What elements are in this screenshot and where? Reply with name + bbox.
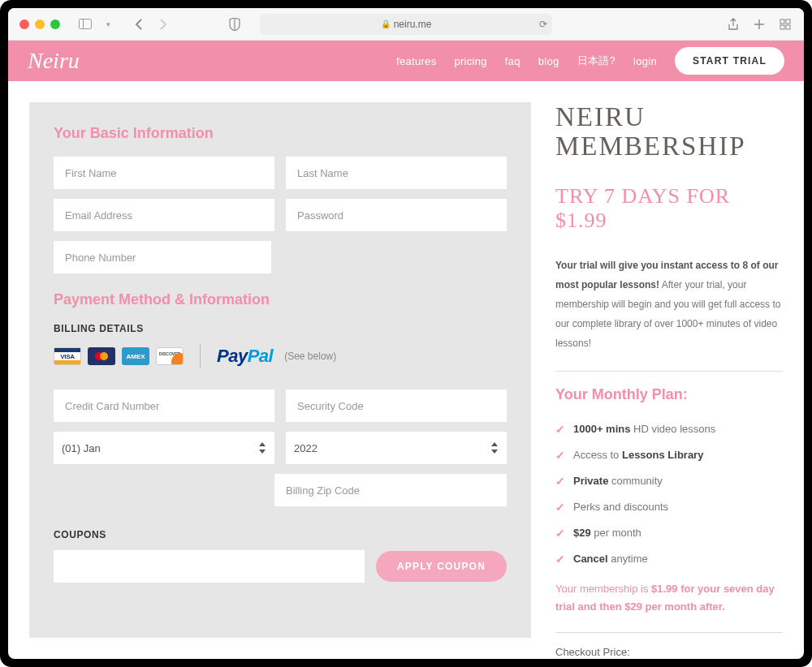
- close-window-icon[interactable]: [19, 19, 29, 29]
- amex-icon: AMEX: [122, 347, 149, 365]
- expiry-year-select[interactable]: 2022: [286, 432, 507, 464]
- plan-item: ✓Cancel anytime: [555, 546, 783, 572]
- share-icon[interactable]: [726, 17, 741, 32]
- site-header: Neiru features pricing faq blog 日本語? log…: [8, 41, 804, 81]
- browser-toolbar: ▾ 🔒 neiru.me ⟳: [8, 8, 804, 41]
- expiry-month-select[interactable]: (01) Jan: [54, 432, 274, 464]
- security-code-input[interactable]: [286, 389, 507, 422]
- signup-form: Your Basic Information Payment Method & …: [29, 102, 531, 638]
- payment-heading: Payment Method & Information: [54, 291, 507, 308]
- plan-item: ✓Perks and discounts: [555, 494, 783, 520]
- plan-heading: Your Monthly Plan:: [555, 386, 783, 403]
- membership-sidebar: Neiru Membership Try 7 days for $1.99 Yo…: [555, 102, 783, 638]
- check-icon: ✓: [555, 527, 565, 540]
- nav-features[interactable]: features: [396, 55, 436, 67]
- paypal-icon: PayPal: [217, 346, 273, 367]
- nav-language[interactable]: 日本語?: [577, 54, 615, 68]
- url-text: neiru.me: [394, 19, 432, 30]
- main-nav: features pricing faq blog 日本語? login STA…: [396, 47, 784, 75]
- url-bar[interactable]: 🔒 neiru.me ⟳: [260, 14, 552, 35]
- check-icon: ✓: [555, 475, 565, 488]
- nav-login[interactable]: login: [633, 55, 657, 67]
- membership-title: Neiru Membership: [555, 102, 783, 161]
- plan-item: ✓$29 per month: [555, 520, 783, 546]
- svg-rect-4: [780, 25, 784, 29]
- svg-rect-0: [80, 19, 92, 29]
- coupons-heading: COUPONS: [54, 529, 507, 540]
- plan-features-list: ✓1000+ mins HD video lessons ✓Access to …: [555, 416, 783, 572]
- card-number-input[interactable]: [54, 389, 274, 422]
- mastercard-icon: [88, 347, 115, 365]
- nav-blog[interactable]: blog: [538, 55, 559, 67]
- billing-subheading: BILLING DETAILS: [54, 323, 507, 334]
- email-input[interactable]: [54, 199, 274, 231]
- basic-info-heading: Your Basic Information: [54, 125, 507, 142]
- start-trial-button[interactable]: START TRIAL: [675, 47, 784, 75]
- billing-zip-input[interactable]: [274, 474, 507, 506]
- paypal-note: (See below): [284, 351, 336, 362]
- last-name-input[interactable]: [286, 157, 507, 189]
- site-logo[interactable]: Neiru: [28, 48, 80, 74]
- check-icon: ✓: [555, 423, 565, 436]
- checkout-price-label: Checkout Price:: [555, 646, 783, 658]
- new-tab-icon[interactable]: [752, 17, 767, 32]
- svg-rect-3: [786, 19, 790, 24]
- maximize-window-icon[interactable]: [50, 19, 60, 29]
- first-name-input[interactable]: [54, 157, 274, 189]
- svg-rect-5: [786, 25, 790, 29]
- coupon-input[interactable]: [54, 550, 365, 583]
- check-icon: ✓: [555, 501, 565, 514]
- reload-icon[interactable]: ⟳: [539, 19, 547, 30]
- phone-input[interactable]: [54, 241, 271, 273]
- check-icon: ✓: [555, 449, 565, 462]
- svg-rect-2: [780, 19, 784, 24]
- visa-icon: VISA: [54, 347, 81, 365]
- membership-price-text: Your membership is $1.99 for your seven …: [555, 580, 783, 633]
- minimize-window-icon[interactable]: [35, 19, 45, 29]
- plan-item: ✓Access to Lessons Library: [555, 442, 783, 468]
- discover-icon: DISCOVER: [156, 347, 184, 365]
- password-input[interactable]: [286, 199, 507, 231]
- tabs-grid-icon[interactable]: [778, 17, 793, 32]
- check-icon: ✓: [555, 553, 565, 566]
- sidebar-toggle-icon[interactable]: [78, 17, 93, 32]
- nav-faq[interactable]: faq: [505, 55, 520, 67]
- trial-description: Your trial will give you instant access …: [555, 256, 783, 372]
- trial-subtitle: Try 7 days for $1.99: [555, 184, 783, 233]
- apply-coupon-button[interactable]: APPLY COUPON: [376, 551, 507, 582]
- privacy-shield-icon[interactable]: [227, 17, 242, 32]
- chevron-down-icon[interactable]: ▾: [101, 17, 115, 32]
- plan-item: ✓1000+ mins HD video lessons: [555, 416, 783, 442]
- forward-icon[interactable]: [156, 17, 171, 32]
- plan-item: ✓Private community: [555, 468, 783, 494]
- lock-icon: 🔒: [381, 19, 391, 28]
- nav-pricing[interactable]: pricing: [454, 55, 486, 67]
- divider: [200, 344, 201, 368]
- back-icon[interactable]: [132, 17, 146, 32]
